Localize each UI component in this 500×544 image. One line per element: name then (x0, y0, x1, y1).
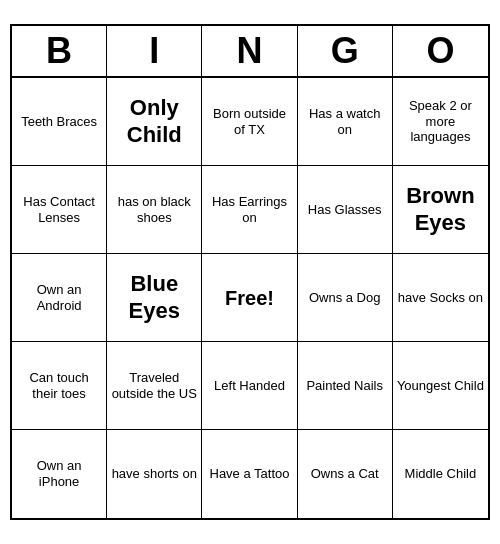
header-letter-g: G (298, 26, 393, 76)
bingo-cell-3: Has a watch on (298, 78, 393, 166)
bingo-cell-18: Painted Nails (298, 342, 393, 430)
header-letter-i: I (107, 26, 202, 76)
bingo-cell-8: Has Glasses (298, 166, 393, 254)
bingo-cell-14: have Socks on (393, 254, 488, 342)
bingo-cell-16: Traveled outside the US (107, 342, 202, 430)
bingo-cell-4: Speak 2 or more languages (393, 78, 488, 166)
bingo-cell-20: Own an iPhone (12, 430, 107, 518)
bingo-cell-12: Free! (202, 254, 297, 342)
bingo-cell-21: have shorts on (107, 430, 202, 518)
bingo-cell-1: Only Child (107, 78, 202, 166)
bingo-cell-7: Has Earrings on (202, 166, 297, 254)
bingo-cell-22: Have a Tattoo (202, 430, 297, 518)
bingo-cell-24: Middle Child (393, 430, 488, 518)
bingo-cell-9: Brown Eyes (393, 166, 488, 254)
bingo-cell-6: has on black shoes (107, 166, 202, 254)
bingo-cell-10: Own an Android (12, 254, 107, 342)
bingo-cell-19: Youngest Child (393, 342, 488, 430)
bingo-cell-15: Can touch their toes (12, 342, 107, 430)
bingo-cell-0: Teeth Braces (12, 78, 107, 166)
bingo-cell-2: Born outside of TX (202, 78, 297, 166)
bingo-cell-23: Owns a Cat (298, 430, 393, 518)
bingo-grid: Teeth BracesOnly ChildBorn outside of TX… (12, 78, 488, 518)
header-letter-o: O (393, 26, 488, 76)
bingo-header: BINGO (12, 26, 488, 78)
bingo-cell-13: Owns a Dog (298, 254, 393, 342)
bingo-card: BINGO Teeth BracesOnly ChildBorn outside… (10, 24, 490, 520)
bingo-cell-11: Blue Eyes (107, 254, 202, 342)
bingo-cell-5: Has Contact Lenses (12, 166, 107, 254)
bingo-cell-17: Left Handed (202, 342, 297, 430)
header-letter-n: N (202, 26, 297, 76)
header-letter-b: B (12, 26, 107, 76)
